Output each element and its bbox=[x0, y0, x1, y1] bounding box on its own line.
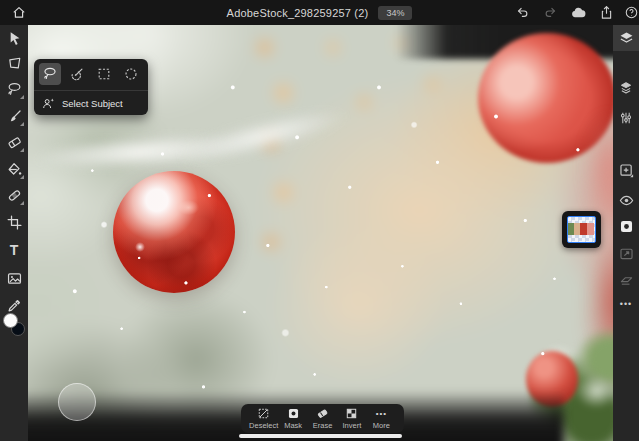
help-icon[interactable] bbox=[622, 3, 639, 21]
flatten-icon[interactable] bbox=[615, 268, 637, 290]
erase-button[interactable]: Erase bbox=[308, 407, 337, 430]
tools-sidebar: T bbox=[0, 25, 28, 441]
erase-label: Erase bbox=[313, 421, 333, 430]
elliptical-marquee-option[interactable] bbox=[120, 63, 142, 85]
paint-fill-tool[interactable] bbox=[2, 157, 26, 181]
layers-panel-button[interactable] bbox=[613, 25, 639, 51]
mask-button[interactable]: Mask bbox=[278, 407, 307, 430]
title-bar: AdobeStock_298259257 (2) 34% bbox=[0, 0, 639, 25]
layer-transparency-checker bbox=[567, 216, 596, 243]
selected-layer-thumbnail[interactable] bbox=[562, 211, 601, 248]
more-label: More bbox=[373, 421, 390, 430]
mask-label: Mask bbox=[284, 421, 302, 430]
rectangular-marquee-option[interactable] bbox=[93, 63, 115, 85]
layer-properties-icon[interactable] bbox=[615, 77, 637, 99]
deselect-button[interactable]: Deselect bbox=[249, 407, 278, 430]
transform-tool[interactable] bbox=[2, 51, 26, 75]
invert-label: Invert bbox=[343, 421, 362, 430]
quick-selection-option[interactable] bbox=[66, 63, 88, 85]
place-photo-tool[interactable] bbox=[2, 266, 26, 290]
touch-shortcut-button[interactable] bbox=[58, 383, 96, 421]
eraser-tool[interactable] bbox=[2, 130, 26, 154]
type-tool[interactable]: T bbox=[2, 238, 26, 262]
adjustments-icon[interactable] bbox=[615, 107, 637, 129]
select-subject-label: Select Subject bbox=[62, 98, 123, 109]
invert-button[interactable]: Invert bbox=[337, 407, 366, 430]
crop-tool[interactable] bbox=[2, 210, 26, 234]
lasso-select-tool[interactable] bbox=[2, 77, 26, 101]
selection-tool-popup: Select Subject bbox=[34, 59, 148, 115]
selection-action-bar: Deselect Mask Erase Invert ••• More bbox=[241, 404, 404, 433]
select-subject-row[interactable]: Select Subject bbox=[34, 91, 148, 115]
cloud-sync-icon[interactable] bbox=[569, 3, 587, 21]
place-embed-icon[interactable] bbox=[615, 242, 637, 264]
visibility-eye-icon[interactable] bbox=[615, 189, 637, 211]
brush-tool[interactable] bbox=[2, 104, 26, 128]
color-swatches[interactable] bbox=[3, 313, 25, 336]
deselect-label: Deselect bbox=[249, 421, 278, 430]
more-options-icon[interactable]: ••• bbox=[615, 293, 637, 315]
document-title: AdobeStock_298259257 (2) bbox=[227, 7, 369, 19]
layer-image-preview bbox=[568, 223, 594, 235]
selection-tool-options bbox=[34, 59, 148, 89]
undo-icon[interactable] bbox=[513, 3, 531, 21]
share-icon[interactable] bbox=[597, 3, 615, 21]
foreground-color-swatch[interactable] bbox=[3, 313, 18, 328]
add-layer-icon[interactable] bbox=[615, 159, 637, 181]
home-indicator-bar[interactable] bbox=[239, 434, 402, 438]
select-subject-icon bbox=[41, 96, 56, 111]
more-dots-icon: ••• bbox=[376, 408, 387, 420]
redo-icon[interactable] bbox=[541, 3, 559, 21]
healing-brush-tool[interactable] bbox=[2, 183, 26, 207]
lasso-option[interactable] bbox=[39, 63, 61, 85]
more-button[interactable]: ••• More bbox=[367, 408, 396, 430]
layer-mask-icon[interactable] bbox=[615, 215, 637, 237]
move-tool[interactable] bbox=[2, 26, 26, 50]
zoom-level-badge[interactable]: 34% bbox=[378, 6, 412, 20]
panels-sidebar: ••• bbox=[613, 25, 639, 441]
